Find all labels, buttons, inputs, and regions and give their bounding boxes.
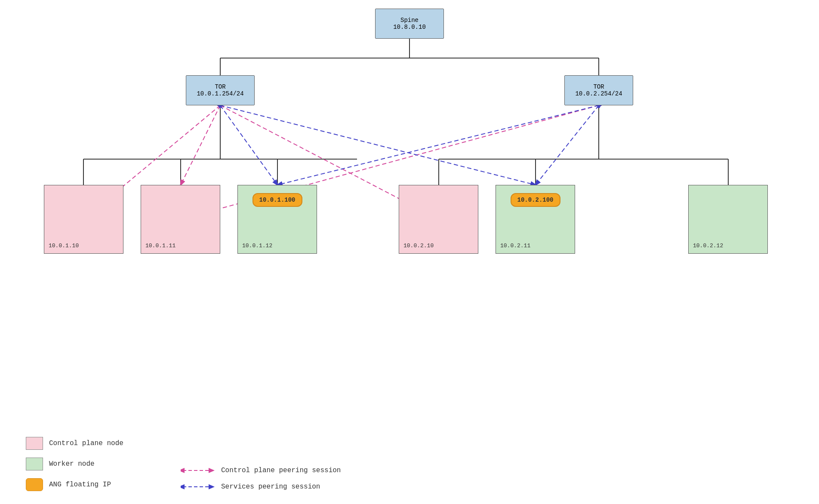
svg-line-15 <box>181 105 220 185</box>
node-b6: 10.0.2.12 <box>688 185 768 254</box>
svg-line-18 <box>220 105 277 185</box>
tor-right-label: TOR <box>593 83 604 90</box>
legend-services-peering-row: Services peering session <box>181 482 341 491</box>
legend: Control plane node Worker node ANG float… <box>26 437 123 491</box>
svg-line-21 <box>536 105 599 185</box>
floating-ip-2: 10.0.2.100 <box>510 193 560 207</box>
node-b3-ip: 10.0.1.12 <box>242 243 272 249</box>
legend-control-box <box>26 437 43 450</box>
legend-floating-row: ANG floating IP <box>26 478 123 491</box>
legend-services-peering-label: Services peering session <box>221 483 320 491</box>
spine-label: Spine <box>400 17 419 24</box>
node-b4-ip: 10.0.2.10 <box>403 243 434 249</box>
legend-worker-row: Worker node <box>26 458 123 470</box>
node-b2: 10.0.1.11 <box>141 185 220 254</box>
services-peering-line-icon <box>181 482 215 491</box>
tor-right-ip: 10.0.2.254/24 <box>575 90 622 97</box>
control-peering-line-icon <box>181 466 215 475</box>
node-b5: 10.0.2.100 10.0.2.11 <box>496 185 575 254</box>
network-diagram: Spine 10.8.0.10 TOR 10.0.1.254/24 TOR 10… <box>0 0 819 504</box>
legend-floating-box <box>26 478 43 491</box>
tor-right-node: TOR 10.0.2.254/24 <box>564 75 633 105</box>
legend-control-label: Control plane node <box>49 439 123 447</box>
legend-control-row: Control plane node <box>26 437 123 450</box>
legend-floating-label: ANG floating IP <box>49 481 111 489</box>
floating-ip-1: 10.0.1.100 <box>252 193 302 207</box>
legend-control-peering-label: Control plane peering session <box>221 467 341 474</box>
tor-left-node: TOR 10.0.1.254/24 <box>186 75 255 105</box>
spine-ip: 10.8.0.10 <box>393 24 426 31</box>
svg-line-19 <box>277 105 599 185</box>
node-b1-ip: 10.0.1.10 <box>49 243 79 249</box>
svg-line-20 <box>220 105 536 185</box>
node-b4: 10.0.2.10 <box>399 185 478 254</box>
node-b3: 10.0.1.100 10.0.1.12 <box>237 185 317 254</box>
legend-worker-label: Worker node <box>49 460 95 468</box>
legend-worker-box <box>26 458 43 470</box>
node-b5-ip: 10.0.2.11 <box>500 243 530 249</box>
node-b6-ip: 10.0.2.12 <box>693 243 723 249</box>
tor-left-label: TOR <box>215 83 225 90</box>
legend-control-peering-row: Control plane peering session <box>181 466 341 475</box>
node-b1: 10.0.1.10 <box>44 185 123 254</box>
tor-left-ip: 10.0.1.254/24 <box>197 90 243 97</box>
node-b2-ip: 10.0.1.11 <box>145 243 176 249</box>
legend-arrows: Control plane peering session Services p… <box>181 466 341 491</box>
spine-node: Spine 10.8.0.10 <box>375 9 444 39</box>
